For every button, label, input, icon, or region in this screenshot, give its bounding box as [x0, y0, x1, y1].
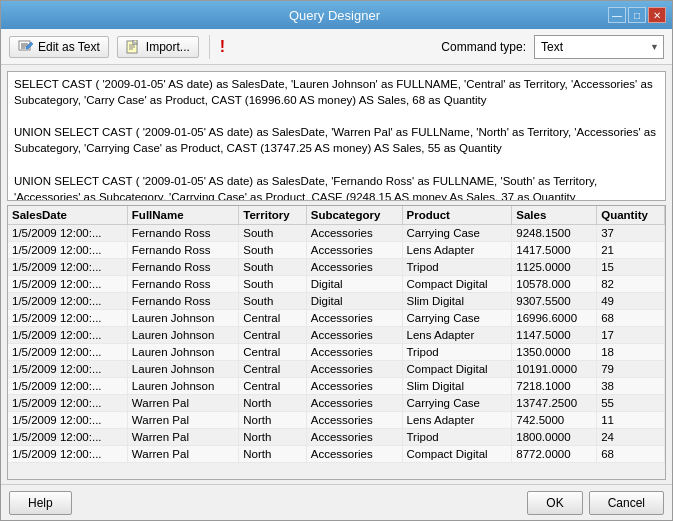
- table-cell: 79: [597, 361, 665, 378]
- table-cell: Fernando Ross: [127, 293, 238, 310]
- table-cell: Warren Pal: [127, 412, 238, 429]
- cancel-button[interactable]: Cancel: [589, 491, 664, 515]
- table-cell: Compact Digital: [402, 361, 512, 378]
- table-row: 1/5/2009 12:00:...Fernando RossSouthDigi…: [8, 276, 665, 293]
- col-header-fullname: FullName: [127, 206, 238, 225]
- table-row: 1/5/2009 12:00:...Fernando RossSouthAcce…: [8, 242, 665, 259]
- table-cell: North: [239, 429, 307, 446]
- sql-text-area[interactable]: SELECT CAST ( '2009-01-05' AS date) as S…: [7, 71, 666, 201]
- main-content: SELECT CAST ( '2009-01-05' AS date) as S…: [1, 65, 672, 484]
- table-cell: 1/5/2009 12:00:...: [8, 361, 127, 378]
- table-cell: 11: [597, 412, 665, 429]
- table-cell: South: [239, 276, 307, 293]
- edit-as-text-label: Edit as Text: [38, 40, 100, 54]
- table-cell: Warren Pal: [127, 446, 238, 463]
- table-cell: 8772.0000: [512, 446, 597, 463]
- query-designer-window: Query Designer — □ ✕ Edit as Text: [0, 0, 673, 521]
- minimize-button[interactable]: —: [608, 7, 626, 23]
- table-cell: Slim Digital: [402, 293, 512, 310]
- maximize-button[interactable]: □: [628, 7, 646, 23]
- table-cell: 1125.0000: [512, 259, 597, 276]
- table-cell: 24: [597, 429, 665, 446]
- ok-button[interactable]: OK: [527, 491, 582, 515]
- table-cell: Lauren Johnson: [127, 361, 238, 378]
- table-cell: Lens Adapter: [402, 412, 512, 429]
- table-wrapper[interactable]: SalesDate FullName Territory Subcategory…: [8, 206, 665, 479]
- table-cell: Tripod: [402, 429, 512, 446]
- table-cell: Fernando Ross: [127, 259, 238, 276]
- col-header-quantity: Quantity: [597, 206, 665, 225]
- edit-icon: [18, 40, 34, 54]
- col-header-sales: Sales: [512, 206, 597, 225]
- toolbar-separator: [209, 35, 210, 59]
- table-row: 1/5/2009 12:00:...Warren PalNorthAccesso…: [8, 429, 665, 446]
- table-cell: 37: [597, 225, 665, 242]
- table-cell: Warren Pal: [127, 395, 238, 412]
- table-cell: Lauren Johnson: [127, 378, 238, 395]
- command-type-label: Command type:: [441, 40, 526, 54]
- table-cell: 17: [597, 327, 665, 344]
- table-row: 1/5/2009 12:00:...Lauren JohnsonCentralA…: [8, 327, 665, 344]
- col-header-territory: Territory: [239, 206, 307, 225]
- table-cell: Lens Adapter: [402, 242, 512, 259]
- table-cell: Accessories: [306, 412, 402, 429]
- command-type-select[interactable]: Text StoredProcedure TableDirect: [534, 35, 664, 59]
- table-cell: Central: [239, 327, 307, 344]
- window-title: Query Designer: [61, 8, 608, 23]
- help-button[interactable]: Help: [9, 491, 72, 515]
- table-header-row: SalesDate FullName Territory Subcategory…: [8, 206, 665, 225]
- table-cell: Accessories: [306, 259, 402, 276]
- table-cell: Carrying Case: [402, 225, 512, 242]
- table-cell: 16996.6000: [512, 310, 597, 327]
- table-row: 1/5/2009 12:00:...Warren PalNorthAccesso…: [8, 395, 665, 412]
- table-cell: 15: [597, 259, 665, 276]
- table-cell: North: [239, 412, 307, 429]
- table-cell: 82: [597, 276, 665, 293]
- table-cell: 1/5/2009 12:00:...: [8, 327, 127, 344]
- table-row: 1/5/2009 12:00:...Lauren JohnsonCentralA…: [8, 378, 665, 395]
- col-header-subcategory: Subcategory: [306, 206, 402, 225]
- table-body: 1/5/2009 12:00:...Fernando RossSouthAcce…: [8, 225, 665, 463]
- table-cell: 1/5/2009 12:00:...: [8, 225, 127, 242]
- sql-text: SELECT CAST ( '2009-01-05' AS date) as S…: [14, 78, 656, 201]
- table-row: 1/5/2009 12:00:...Warren PalNorthAccesso…: [8, 412, 665, 429]
- import-icon: [126, 40, 142, 54]
- table-cell: Tripod: [402, 344, 512, 361]
- command-type-select-wrapper[interactable]: Text StoredProcedure TableDirect: [534, 35, 664, 59]
- table-cell: 9307.5500: [512, 293, 597, 310]
- table-cell: Central: [239, 361, 307, 378]
- table-cell: Accessories: [306, 429, 402, 446]
- table-cell: Compact Digital: [402, 446, 512, 463]
- table-cell: Accessories: [306, 310, 402, 327]
- table-cell: Lauren Johnson: [127, 344, 238, 361]
- import-label: Import...: [146, 40, 190, 54]
- table-cell: 38: [597, 378, 665, 395]
- table-cell: Accessories: [306, 361, 402, 378]
- table-cell: 9248.1500: [512, 225, 597, 242]
- table-cell: Compact Digital: [402, 276, 512, 293]
- table-row: 1/5/2009 12:00:...Fernando RossSouthAcce…: [8, 259, 665, 276]
- table-cell: Warren Pal: [127, 429, 238, 446]
- table-cell: Fernando Ross: [127, 225, 238, 242]
- table-cell: Accessories: [306, 327, 402, 344]
- table-cell: 1/5/2009 12:00:...: [8, 242, 127, 259]
- import-button[interactable]: Import...: [117, 36, 199, 58]
- close-button[interactable]: ✕: [648, 7, 666, 23]
- table-cell: Carrying Case: [402, 310, 512, 327]
- table-cell: South: [239, 225, 307, 242]
- table-cell: Lauren Johnson: [127, 310, 238, 327]
- footer-right: OK Cancel: [527, 491, 664, 515]
- table-cell: 13747.2500: [512, 395, 597, 412]
- table-row: 1/5/2009 12:00:...Lauren JohnsonCentralA…: [8, 361, 665, 378]
- table-cell: 1/5/2009 12:00:...: [8, 344, 127, 361]
- table-cell: Accessories: [306, 242, 402, 259]
- table-cell: 1417.5000: [512, 242, 597, 259]
- table-cell: 1/5/2009 12:00:...: [8, 310, 127, 327]
- table-cell: Fernando Ross: [127, 276, 238, 293]
- table-cell: Central: [239, 344, 307, 361]
- table-cell: Accessories: [306, 344, 402, 361]
- table-cell: 1/5/2009 12:00:...: [8, 429, 127, 446]
- edit-as-text-button[interactable]: Edit as Text: [9, 36, 109, 58]
- table-row: 1/5/2009 12:00:...Fernando RossSouthAcce…: [8, 225, 665, 242]
- footer: Help OK Cancel: [1, 484, 672, 520]
